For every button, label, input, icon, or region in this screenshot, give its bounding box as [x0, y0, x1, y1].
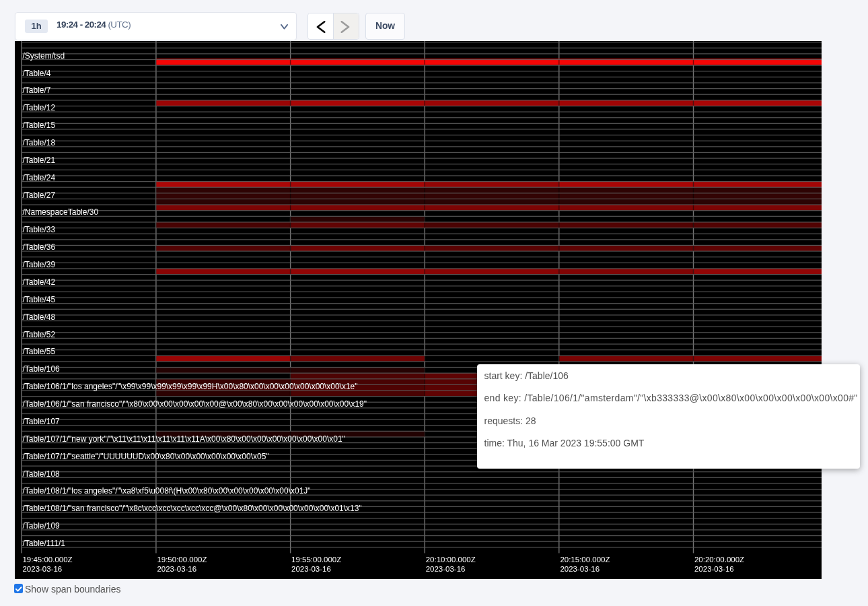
svg-text:19:55:00.000Z: 19:55:00.000Z [291, 556, 341, 564]
svg-text:/Table/106: /Table/106 [22, 364, 60, 374]
svg-text:/Table/106/1/"los angeles"/"\x: /Table/106/1/"los angeles"/"\x99\x99\x99… [22, 382, 357, 391]
svg-text:20:15:00.000Z: 20:15:00.000Z [560, 556, 610, 564]
svg-text:/Table/106/1/"san francisco"/": /Table/106/1/"san francisco"/"\x80\x00\x… [22, 399, 367, 409]
svg-text:2023-03-16: 2023-03-16 [157, 565, 196, 573]
svg-text:/Table/107/1/"new york"/"\x11\: /Table/107/1/"new york"/"\x11\x11\x11\x1… [22, 434, 345, 444]
svg-text:2023-03-16: 2023-03-16 [425, 565, 465, 573]
svg-text:/Table/4: /Table/4 [22, 68, 50, 77]
svg-text:/Table/107/1/"seattle"/"UUUUUU: /Table/107/1/"seattle"/"UUUUUUD\x00\x80\… [22, 451, 268, 461]
svg-text:20:10:00.000Z: 20:10:00.000Z [425, 556, 475, 564]
svg-text:/Table/12: /Table/12 [22, 103, 55, 112]
svg-text:/Table/108/1/"san francisco"/": /Table/108/1/"san francisco"/"\x8c\xcc\x… [22, 504, 361, 513]
svg-text:/Table/36: /Table/36 [22, 242, 55, 252]
svg-text:2023-03-16: 2023-03-16 [291, 565, 331, 573]
svg-text:/Table/107: /Table/107 [22, 417, 60, 426]
svg-text:/Table/52: /Table/52 [22, 329, 55, 339]
svg-text:19:45:00.000Z: 19:45:00.000Z [22, 556, 72, 564]
svg-text:/Table/108/1/"los angeles"/"\x: /Table/108/1/"los angeles"/"\xa8\xf5\u00… [22, 486, 310, 496]
svg-text:/Table/7: /Table/7 [22, 86, 50, 95]
svg-text:19:50:00.000Z: 19:50:00.000Z [157, 556, 207, 564]
svg-text:/Table/15: /Table/15 [22, 121, 55, 130]
svg-text:/System/tsd: /System/tsd [22, 51, 65, 61]
svg-text:/Table/24: /Table/24 [22, 173, 55, 182]
svg-text:/Table/27: /Table/27 [22, 190, 55, 199]
svg-text:/NamespaceTable/30: /NamespaceTable/30 [22, 207, 98, 217]
svg-text:20:20:00.000Z: 20:20:00.000Z [694, 556, 744, 564]
svg-text:/Table/108: /Table/108 [22, 469, 60, 478]
svg-text:2023-03-16: 2023-03-16 [560, 565, 600, 573]
svg-text:/Table/55: /Table/55 [22, 347, 55, 356]
svg-text:/Table/39: /Table/39 [22, 260, 55, 269]
svg-text:/Table/18: /Table/18 [22, 138, 55, 147]
svg-text:2023-03-16: 2023-03-16 [694, 565, 733, 573]
svg-text:/Table/42: /Table/42 [22, 277, 55, 287]
svg-text:2023-03-16: 2023-03-16 [22, 565, 62, 573]
svg-text:/Table/45: /Table/45 [22, 295, 55, 304]
svg-text:/Table/33: /Table/33 [22, 225, 55, 234]
svg-text:/Table/111/1: /Table/111/1 [22, 539, 65, 548]
svg-text:/Table/109: /Table/109 [22, 521, 60, 531]
svg-text:/Table/21: /Table/21 [22, 156, 55, 165]
svg-text:/Table/48: /Table/48 [22, 312, 55, 322]
